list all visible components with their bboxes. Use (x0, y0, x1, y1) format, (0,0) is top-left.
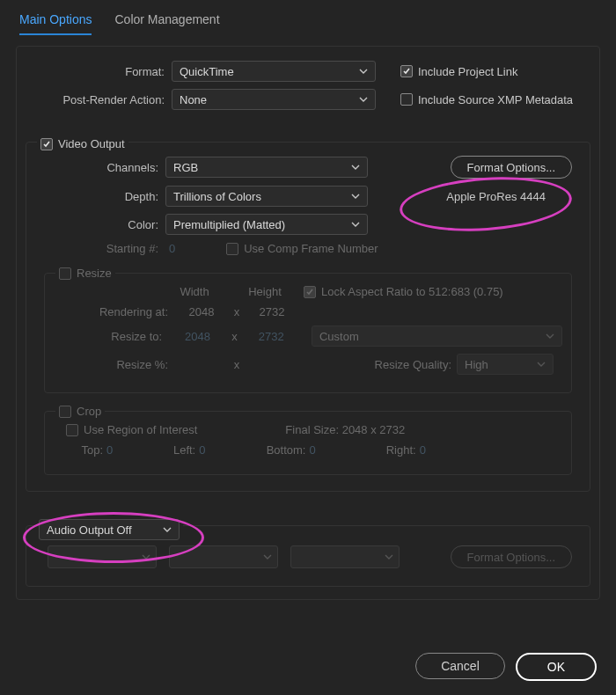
resize-section: Resize Width Height Lock Aspect Ratio to… (44, 273, 572, 393)
tab-main-options[interactable]: Main Options (19, 12, 92, 35)
crop-bottom-label: Bottom: (209, 443, 305, 457)
crop-left-label: Left: (116, 443, 195, 457)
starting-number-label: Starting #: (35, 242, 165, 255)
cancel-button[interactable]: Cancel (415, 653, 505, 679)
chevron-down-icon (351, 222, 360, 227)
include-xmp-label: Include Source XMP Metadata (418, 93, 573, 106)
depth-select[interactable]: Trillions of Colors (165, 186, 368, 207)
chevron-down-icon (351, 194, 360, 199)
roi-label: Use Region of Interest (84, 423, 197, 436)
crop-section: Crop Use Region of Interest Final Size: … (44, 411, 572, 475)
channels-select[interactable]: RGB (165, 157, 368, 178)
format-row: Format: QuickTime Include Project Link (26, 61, 590, 82)
format-value: QuickTime (180, 65, 234, 78)
chevron-down-icon (546, 333, 554, 339)
rendering-width: 2048 (175, 305, 228, 318)
post-render-row: Post-Render Action: None Include Source … (26, 89, 590, 110)
crop-check[interactable] (59, 406, 71, 418)
audio-output-select[interactable]: Audio Output Off (39, 519, 180, 540)
crop-left-value: 0 (195, 443, 209, 457)
chevron-down-icon (537, 362, 546, 367)
output-module-panel: Main Options Color Management Format: Qu… (0, 0, 616, 695)
tab-color-management[interactable]: Color Management (114, 12, 219, 35)
chevron-down-icon (263, 554, 272, 560)
rendering-height: 2732 (246, 305, 298, 318)
resize-quality-label: Resize Quality: (375, 358, 451, 371)
crop-label: Crop (77, 405, 101, 418)
depth-value: Trillions of Colors (173, 190, 261, 203)
chevron-down-icon (385, 554, 393, 560)
ok-button[interactable]: OK (516, 653, 597, 681)
starting-number-value: 0 (165, 242, 179, 255)
audio-rate-select (48, 545, 157, 568)
channels-label: Channels: (35, 161, 165, 174)
post-render-value: None (180, 93, 207, 106)
main-options-body: Format: QuickTime Include Project Link P… (16, 46, 600, 600)
color-label: Color: (35, 218, 165, 231)
height-col-label: Height (238, 285, 291, 298)
lock-aspect-check (304, 286, 316, 298)
crop-top-value: 0 (103, 443, 116, 457)
include-project-link-check[interactable] (400, 65, 413, 77)
use-comp-frame-check (226, 243, 238, 255)
include-xmp-check[interactable] (400, 93, 413, 106)
crop-top-label: Top: (54, 443, 103, 457)
codec-text: Apple ProRes 4444 (446, 190, 581, 203)
video-output-check[interactable] (40, 138, 53, 150)
chevron-down-icon (359, 97, 368, 102)
resize-label: Resize (77, 267, 112, 280)
depth-label: Depth: (35, 190, 165, 203)
color-select[interactable]: Premultiplied (Matted) (165, 214, 368, 235)
audio-output-value: Audio Output Off (47, 523, 132, 537)
use-comp-frame-label: Use Comp Frame Number (244, 242, 378, 255)
crop-right-label: Right: (319, 443, 416, 457)
width-col-label: Width (168, 285, 221, 298)
chevron-down-icon (163, 527, 172, 532)
crop-bottom-value: 0 (305, 443, 319, 457)
audio-output-section: Audio Output Off Format Options... (26, 525, 590, 587)
resize-preset-select: Custom (312, 326, 562, 347)
format-label: Format: (26, 65, 172, 78)
chevron-down-icon (359, 69, 368, 74)
resize-quality-select: High (457, 354, 554, 375)
rendering-at-label: Rendering at: (54, 305, 175, 318)
chevron-down-icon (142, 554, 150, 560)
audio-options-row: Format Options... (48, 545, 572, 568)
crop-right-value: 0 (416, 443, 429, 457)
chevron-down-icon (351, 165, 360, 170)
tabs: Main Options Color Management (0, 0, 616, 35)
color-value: Premultiplied (Matted) (173, 218, 285, 231)
video-format-options-button[interactable]: Format Options... (451, 156, 572, 179)
resize-to-width: 2048 (169, 330, 226, 343)
roi-check (66, 424, 78, 436)
audio-depth-select (169, 545, 278, 568)
lock-aspect-label: Lock Aspect Ratio to 512:683 (0.75) (321, 285, 503, 298)
channels-value: RGB (173, 161, 198, 174)
video-output-section: Video Output Channels: RGB Format Option… (26, 142, 590, 492)
audio-format-options-button: Format Options... (451, 545, 572, 568)
post-render-select[interactable]: None (172, 89, 376, 110)
include-project-link-label: Include Project Link (418, 65, 517, 78)
video-output-label: Video Output (58, 137, 125, 150)
resize-to-height: 2732 (243, 330, 300, 343)
format-select[interactable]: QuickTime (172, 61, 376, 82)
resize-check[interactable] (59, 267, 71, 280)
resize-pct-label: Resize %: (54, 358, 175, 371)
audio-channels-select (290, 545, 400, 568)
post-render-label: Post-Render Action: (26, 93, 172, 106)
dialog-buttons: Cancel OK (415, 653, 597, 681)
resize-to-label: Resize to: (54, 330, 169, 343)
final-size-label: Final Size: 2048 x 2732 (285, 423, 405, 436)
